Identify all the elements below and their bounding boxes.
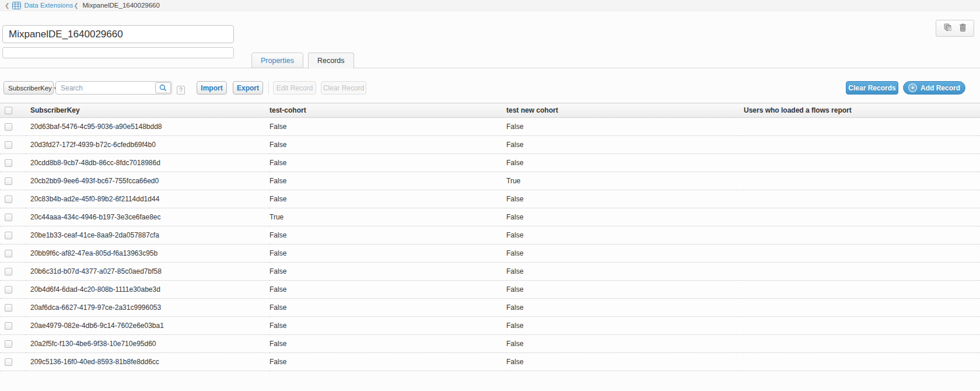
row-checkbox[interactable] [5,141,12,149]
row-checkbox[interactable] [5,268,12,275]
table-row[interactable]: 20bb9f6c-af82-47ea-805d-f6a13963c95b Fal… [0,245,980,263]
cell-subscriber-key: 20bb9f6c-af82-47ea-805d-f6a13963c95b [26,245,270,263]
extension-description-input[interactable] [2,47,234,58]
cell-flows-report [744,136,980,154]
row-checkbox[interactable] [5,304,12,312]
row-checkbox[interactable] [5,358,12,366]
cell-flows-report [744,263,980,281]
table-row[interactable]: 20c83b4b-ad2e-45f0-89b2-6f2114dd1d44 Fal… [0,190,980,208]
row-checkbox[interactable] [5,286,12,294]
import-button[interactable]: Import [197,81,227,95]
cell-test-new-cohort: False [506,208,744,226]
table-row[interactable]: 20b4d6f4-6dad-4c20-808b-1111e30abe3d Fal… [0,281,980,299]
table-header-row: SubscriberKey test-cohort test new cohor… [0,103,980,118]
cell-test-new-cohort: False [506,335,744,353]
cell-test-cohort: False [270,118,506,136]
cell-test-new-cohort: True [506,172,744,190]
search-icon [159,84,167,92]
help-icon[interactable]: ? [177,86,185,95]
table-row[interactable]: 209c5136-16f0-40ed-8593-81b8fe8dd6cc Fal… [0,353,980,371]
cell-test-new-cohort: False [506,118,744,136]
cell-test-new-cohort: False [506,154,744,172]
cell-test-cohort: False [270,226,506,245]
cell-test-cohort: False [270,136,506,154]
cell-flows-report [744,335,980,353]
cell-flows-report [744,172,980,190]
cell-subscriber-key: 20be1b33-ceaf-41ce-8aa9-2da057887cfa [26,226,270,245]
table-row[interactable]: 20a2f5fc-f130-4be6-9f38-10e710e95d60 Fal… [0,335,980,353]
edit-record-button: Edit Record [273,81,316,95]
add-record-button[interactable]: + Add Record [903,81,965,95]
row-checkbox[interactable] [5,340,12,348]
table-row[interactable]: 20d3fd27-172f-4939-b72c-6cfedb69f4b0 Fal… [0,136,980,154]
cell-subscriber-key: 20d63baf-5476-4c95-9036-a90e5148bdd8 [26,118,270,136]
cell-test-cohort: False [270,317,506,335]
tab-underline [0,68,980,68]
row-checkbox[interactable] [5,123,12,131]
cell-flows-report [744,353,980,371]
row-checkbox[interactable] [5,196,12,203]
records-toolbar: SubscriberKey ▾ ? Import Export Edit Rec… [0,81,980,95]
row-checkbox[interactable] [5,322,12,330]
row-checkbox[interactable] [5,159,12,167]
cell-test-cohort: False [270,190,506,208]
table-row[interactable]: 20af6dca-6627-4179-97ce-2a31c9996053 Fal… [0,299,980,317]
table-row[interactable]: 20d63baf-5476-4c95-9036-a90e5148bdd8 Fal… [0,118,980,136]
export-button[interactable]: Export [233,81,263,95]
cell-subscriber-key: 20af6dca-6627-4179-97ce-2a31c9996053 [26,299,270,317]
cell-subscriber-key: 20ae4979-082e-4db6-9c14-7602e6e03ba1 [26,317,270,335]
data-extension-grid-icon [12,2,21,9]
delete-trash-icon[interactable] [959,23,967,34]
back-chevron-icon[interactable]: ❮ [5,2,9,9]
table-row[interactable]: 20ae4979-082e-4db6-9c14-7602e6e03ba1 Fal… [0,317,980,335]
clear-records-button[interactable]: Clear Records [846,81,898,95]
cell-subscriber-key: 20b6c31d-b07d-4377-a027-85c0aed7bf58 [26,263,270,281]
tab-bar: Properties Records [251,53,354,68]
search-box [55,81,172,95]
cell-flows-report [744,317,980,335]
table-row[interactable]: 20be1b33-ceaf-41ce-8aa9-2da057887cfa Fal… [0,226,980,245]
search-input[interactable] [55,81,172,95]
plus-icon: + [908,83,917,92]
copy-icon[interactable] [944,23,953,34]
table-row[interactable]: 20c44aaa-434c-4946-b197-3e3ce6fae8ec Tru… [0,208,980,226]
search-field-selector[interactable]: SubscriberKey ▾ [4,81,54,95]
row-checkbox[interactable] [5,214,12,221]
table-row[interactable]: 20cdd8b8-9cb7-48db-86cc-8fdc7018986d Fal… [0,154,980,172]
tab-properties[interactable]: Properties [251,53,303,68]
cell-subscriber-key: 20d3fd27-172f-4939-b72c-6cfedb69f4b0 [26,136,270,154]
select-all-checkbox[interactable] [5,107,12,114]
cell-subscriber-key: 20c44aaa-434c-4946-b197-3e3ce6fae8ec [26,208,270,226]
cell-test-cohort: False [270,335,506,353]
cell-test-cohort: False [270,281,506,299]
row-checkbox[interactable] [5,177,12,185]
search-field-selector-value: SubscriberKey [8,85,52,92]
toolbar-divider [268,82,269,94]
extension-name-input[interactable] [2,25,234,43]
cell-test-cohort: False [270,154,506,172]
column-header-flows-report: Users who loaded a flows report [744,103,980,118]
cell-flows-report [744,245,980,263]
tab-records[interactable]: Records [308,53,354,69]
cell-test-cohort: False [270,172,506,190]
cell-test-new-cohort: False [506,281,744,299]
cell-test-new-cohort: False [506,190,744,208]
column-header-subscriberkey: SubscriberKey [26,103,270,118]
breadcrumb-data-extensions-link[interactable]: Data Extensions [24,2,73,9]
cell-test-new-cohort: False [506,136,744,154]
cell-test-new-cohort: False [506,299,744,317]
cell-test-new-cohort: False [506,353,744,371]
table-row[interactable]: 20cb2bb9-9ee6-493f-bc67-755fcca66ed0 Fal… [0,172,980,190]
cell-flows-report [744,118,980,136]
cell-flows-report [744,208,980,226]
cell-test-cohort: True [270,208,506,226]
row-checkbox[interactable] [5,250,12,257]
table-row[interactable]: 20b6c31d-b07d-4377-a027-85c0aed7bf58 Fal… [0,263,980,281]
cell-test-new-cohort: False [506,317,744,335]
extension-actions-group[interactable] [936,20,974,37]
search-button[interactable] [155,82,171,93]
cell-subscriber-key: 20cdd8b8-9cb7-48db-86cc-8fdc7018986d [26,154,270,172]
row-checkbox[interactable] [5,232,12,239]
cell-test-new-cohort: False [506,263,744,281]
cell-flows-report [744,190,980,208]
